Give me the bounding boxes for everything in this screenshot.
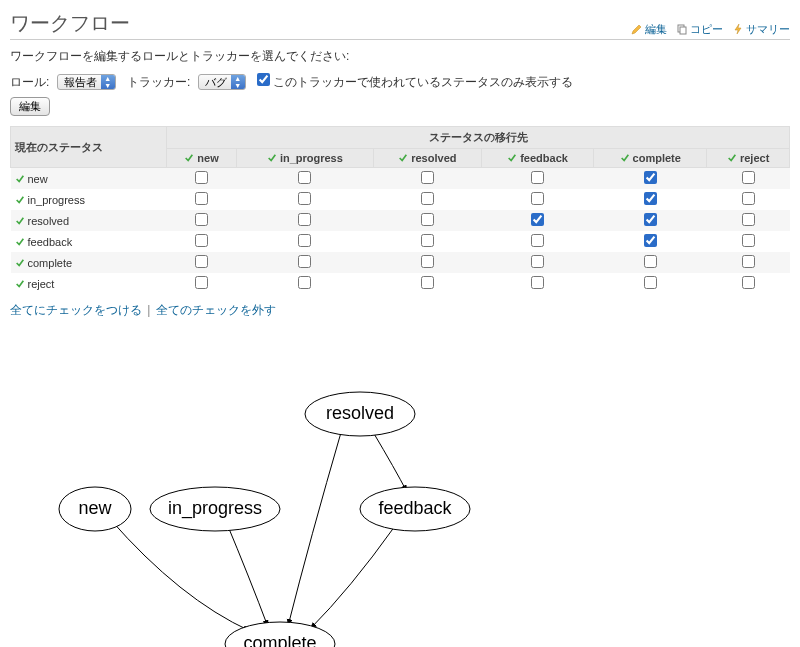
transition-cell [236, 210, 373, 231]
svg-rect-1 [680, 27, 686, 34]
summary-link[interactable]: サマリー [732, 23, 790, 35]
status-col-header: new [167, 149, 237, 168]
workflow-diagram: new in_progress resolved feedback comple… [10, 379, 790, 647]
transition-checkbox[interactable] [742, 255, 755, 268]
transition-checkbox[interactable] [298, 276, 311, 289]
edge-inprogress-complete [225, 519, 268, 627]
table-row: resolved [11, 210, 790, 231]
transition-cell [594, 273, 707, 294]
transition-checkbox[interactable] [298, 192, 311, 205]
transition-cell [594, 252, 707, 273]
transition-cell [167, 189, 237, 210]
transition-checkbox[interactable] [742, 234, 755, 247]
node-resolved-label: resolved [326, 403, 394, 423]
transition-checkbox[interactable] [298, 255, 311, 268]
row-status-name: feedback [11, 231, 167, 252]
edit-link-label: 編集 [645, 23, 667, 35]
transition-checkbox[interactable] [531, 276, 544, 289]
transition-checkbox[interactable] [298, 213, 311, 226]
status-col-header: resolved [373, 149, 481, 168]
table-row: feedback [11, 231, 790, 252]
status-col-header: reject [707, 149, 790, 168]
table-row: in_progress [11, 189, 790, 210]
copy-icon [676, 23, 688, 35]
transition-cell [167, 168, 237, 190]
transition-checkbox[interactable] [531, 213, 544, 226]
node-in-progress-label: in_progress [168, 498, 262, 519]
row-status-name: new [11, 168, 167, 190]
table-row: reject [11, 273, 790, 294]
transition-cell [167, 252, 237, 273]
transition-cell [707, 273, 790, 294]
transition-checkbox[interactable] [644, 192, 657, 205]
transition-cell [373, 231, 481, 252]
check-all-link[interactable]: 全てにチェックをつける [10, 303, 142, 317]
transition-checkbox[interactable] [644, 255, 657, 268]
row-status-name: in_progress [11, 189, 167, 210]
edit-link[interactable]: 編集 [631, 23, 670, 35]
transition-checkbox[interactable] [531, 255, 544, 268]
page-title: ワークフロー [10, 10, 130, 37]
transition-checkbox[interactable] [421, 255, 434, 268]
uncheck-all-link[interactable]: 全てのチェックを外す [156, 303, 276, 317]
role-label: ロール: [10, 75, 49, 89]
submit-button[interactable]: 編集 [10, 97, 50, 116]
transition-checkbox[interactable] [742, 171, 755, 184]
transition-checkbox[interactable] [742, 276, 755, 289]
tracker-label: トラッカー: [127, 75, 190, 89]
transition-cell [594, 210, 707, 231]
transition-checkbox[interactable] [644, 213, 657, 226]
target-status-header: ステータスの移行先 [167, 127, 790, 149]
transition-checkbox[interactable] [298, 171, 311, 184]
transition-checkbox[interactable] [195, 213, 208, 226]
transition-cell [707, 189, 790, 210]
transition-checkbox[interactable] [195, 171, 208, 184]
transition-cell [373, 210, 481, 231]
tracker-select[interactable]: バグ [198, 74, 246, 90]
transition-checkbox[interactable] [421, 192, 434, 205]
pencil-icon [631, 23, 643, 35]
transition-cell [373, 273, 481, 294]
transition-cell [167, 231, 237, 252]
transition-checkbox[interactable] [195, 234, 208, 247]
transition-cell [167, 210, 237, 231]
node-feedback-label: feedback [378, 498, 452, 518]
node-new-label: new [78, 498, 112, 518]
transition-checkbox[interactable] [531, 171, 544, 184]
table-row: new [11, 168, 790, 190]
transition-cell [594, 168, 707, 190]
hint-text: ワークフローを編集するロールとトラッカーを選んでください: [10, 48, 790, 65]
only-used-checkbox[interactable] [257, 73, 270, 86]
transition-cell [594, 231, 707, 252]
only-used-label[interactable]: このトラッカーで使われているステータスのみ表示する [273, 75, 573, 89]
transition-cell [236, 252, 373, 273]
transition-checkbox[interactable] [644, 171, 657, 184]
transition-cell [707, 168, 790, 190]
table-row: complete [11, 252, 790, 273]
role-select[interactable]: 報告者 [57, 74, 116, 90]
status-col-header: complete [594, 149, 707, 168]
transition-checkbox[interactable] [644, 234, 657, 247]
transition-cell [481, 189, 593, 210]
transition-cell [707, 210, 790, 231]
transition-checkbox[interactable] [742, 213, 755, 226]
transition-cell [167, 273, 237, 294]
transition-checkbox[interactable] [421, 213, 434, 226]
page-actions: 編集 コピー サマリー [625, 22, 790, 37]
transition-checkbox[interactable] [421, 276, 434, 289]
transition-checkbox[interactable] [298, 234, 311, 247]
transition-checkbox[interactable] [531, 192, 544, 205]
transition-cell [481, 168, 593, 190]
transition-checkbox[interactable] [421, 234, 434, 247]
copy-link[interactable]: コピー [676, 23, 726, 35]
transition-checkbox[interactable] [644, 276, 657, 289]
transition-cell [236, 231, 373, 252]
transition-checkbox[interactable] [421, 171, 434, 184]
transition-checkbox[interactable] [531, 234, 544, 247]
transition-checkbox[interactable] [742, 192, 755, 205]
edge-feedback-complete [310, 526, 395, 629]
transition-checkbox[interactable] [195, 276, 208, 289]
status-col-header: in_progress [236, 149, 373, 168]
transition-checkbox[interactable] [195, 192, 208, 205]
transition-checkbox[interactable] [195, 255, 208, 268]
